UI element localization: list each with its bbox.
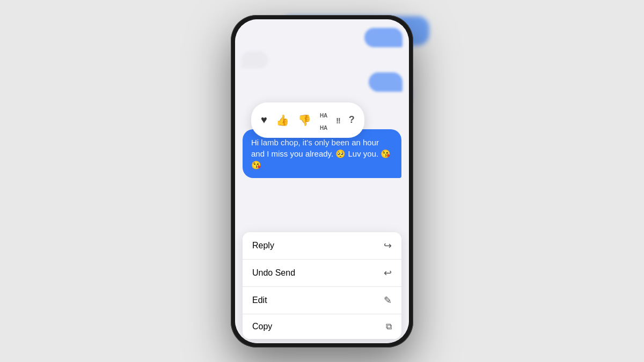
blurred-bubbles-wrapper xyxy=(241,28,402,92)
phone-frame: ♥ 👍 👎 HAHA !! ? Hi lamb chop, it's only … xyxy=(231,15,413,348)
chat-area: ♥ 👍 👎 HAHA !! ? Hi lamb chop, it's only … xyxy=(235,19,409,343)
menu-item-undo-send-label: Undo Send xyxy=(252,268,295,278)
menu-item-copy[interactable]: Copy ⧉ xyxy=(243,314,401,339)
main-message-text: Hi lamb chop, it's only been an hour and… xyxy=(251,138,391,169)
edit-icon: ✎ xyxy=(384,294,392,306)
copy-icon: ⧉ xyxy=(386,322,392,331)
menu-item-reply[interactable]: Reply ↩ xyxy=(243,232,401,260)
reaction-bar: ♥ 👍 👎 HAHA !! ? xyxy=(251,102,364,138)
reaction-haha-icon[interactable]: HAHA xyxy=(320,108,327,132)
menu-item-undo-send[interactable]: Undo Send ↩ xyxy=(243,260,401,287)
undo-send-icon: ↩ xyxy=(384,267,392,279)
reaction-thumbsdown-icon[interactable]: 👎 xyxy=(298,114,311,127)
phone-screen: ♥ 👍 👎 HAHA !! ? Hi lamb chop, it's only … xyxy=(235,19,409,343)
scene: ♥ 👍 👎 HAHA !! ? Hi lamb chop, it's only … xyxy=(0,0,644,362)
reply-icon: ↩ xyxy=(384,240,392,252)
blurred-bubble-1 xyxy=(364,28,402,47)
reaction-thumbsup-icon[interactable]: 👍 xyxy=(276,114,289,127)
blurred-bubble-3 xyxy=(369,72,402,92)
menu-item-copy-label: Copy xyxy=(252,322,272,331)
context-menu: Reply ↩ Undo Send ↩ Edit ✎ Copy ⧉ xyxy=(243,232,401,339)
menu-item-edit[interactable]: Edit ✎ xyxy=(243,287,401,314)
menu-item-reply-label: Reply xyxy=(252,241,274,250)
reaction-emphasize-icon[interactable]: !! xyxy=(336,114,340,126)
menu-item-edit-label: Edit xyxy=(252,295,267,305)
reaction-heart-icon[interactable]: ♥ xyxy=(261,114,267,126)
reaction-question-icon[interactable]: ? xyxy=(349,114,355,125)
blurred-bubble-2 xyxy=(241,51,268,68)
